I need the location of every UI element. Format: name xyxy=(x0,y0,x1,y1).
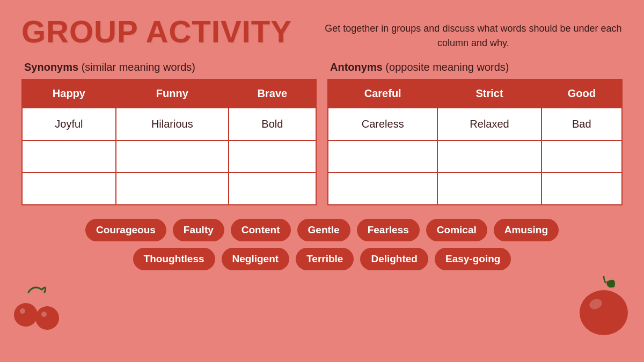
synonyms-bold: Synonyms xyxy=(24,61,78,73)
antonyms-bold: Antonyms xyxy=(330,61,383,73)
syn-r1c1: Joyful xyxy=(22,108,116,141)
antonyms-rest: (opposite meaning words) xyxy=(383,61,509,73)
syn-r2c3 xyxy=(229,141,316,173)
page-title: GROUP ACTIVITY xyxy=(21,16,292,47)
svg-point-4 xyxy=(580,290,628,335)
word-chip[interactable]: Comical xyxy=(426,219,487,241)
ant-r3c3 xyxy=(541,173,622,205)
word-chip[interactable]: Faulty xyxy=(173,219,224,241)
table-row: Careless Relaxed Bad xyxy=(328,108,622,141)
word-chip[interactable]: Gentle xyxy=(297,219,350,241)
ant-r1c2: Relaxed xyxy=(437,108,541,141)
table-row xyxy=(328,173,622,205)
ant-r2c3 xyxy=(541,141,622,173)
ant-r3c1 xyxy=(328,173,437,205)
header: GROUP ACTIVITY Get together in groups an… xyxy=(21,16,623,50)
ant-col-strict: Strict xyxy=(437,79,541,108)
word-chip[interactable]: Amusing xyxy=(494,219,559,241)
word-chip[interactable]: Thoughtless xyxy=(133,248,215,270)
tables-section: Synonyms (similar meaning words) Happy F… xyxy=(21,61,623,205)
svg-point-1 xyxy=(20,308,25,314)
syn-col-funny: Funny xyxy=(116,79,229,108)
word-chip[interactable]: Content xyxy=(231,219,291,241)
main-container: GROUP ACTIVITY Get together in groups an… xyxy=(0,0,644,362)
antonyms-group: Antonyms (opposite meaning words) Carefu… xyxy=(327,61,623,205)
word-chip[interactable]: Easy-going xyxy=(435,248,511,270)
description-text: Get together in groups and discuss what … xyxy=(324,21,623,50)
table-row xyxy=(22,141,316,173)
ant-col-good: Good xyxy=(541,79,622,108)
word-chip[interactable]: Delighted xyxy=(360,248,428,270)
synonyms-rest: (similar meaning words) xyxy=(78,61,195,73)
ant-r2c2 xyxy=(437,141,541,173)
antonyms-table: Careful Strict Good Careless Relaxed Bad xyxy=(327,79,623,205)
syn-r3c1 xyxy=(22,173,116,205)
syn-r1c3: Bold xyxy=(229,108,316,141)
chips-section: CourageousFaultyContentGentleFearlessCom… xyxy=(21,219,623,270)
ant-col-careful: Careful xyxy=(328,79,437,108)
word-chip[interactable]: Negligent xyxy=(222,248,290,270)
ant-r1c3: Bad xyxy=(541,108,622,141)
apple-decoration xyxy=(574,276,633,338)
ant-r2c1 xyxy=(328,141,437,173)
svg-point-3 xyxy=(41,312,47,317)
syn-r2c1 xyxy=(22,141,116,173)
ant-r1c1: Careless xyxy=(328,108,437,141)
syn-r1c2: Hilarious xyxy=(116,108,229,141)
word-chip[interactable]: Courageous xyxy=(85,219,166,241)
syn-r3c3 xyxy=(229,173,316,205)
table-row xyxy=(22,173,316,205)
synonyms-group: Synonyms (similar meaning words) Happy F… xyxy=(21,61,317,205)
antonyms-heading: Antonyms (opposite meaning words) xyxy=(327,61,623,73)
word-chip[interactable]: Terrible xyxy=(296,248,354,270)
svg-point-2 xyxy=(35,306,59,330)
syn-col-brave: Brave xyxy=(229,79,316,108)
word-chip[interactable]: Fearless xyxy=(357,219,420,241)
cherry-decoration xyxy=(10,282,63,335)
synonyms-table: Happy Funny Brave Joyful Hilarious Bold xyxy=(21,79,317,205)
syn-r3c2 xyxy=(116,173,229,205)
ant-r3c2 xyxy=(437,173,541,205)
syn-col-happy: Happy xyxy=(22,79,116,108)
syn-r2c2 xyxy=(116,141,229,173)
table-row: Joyful Hilarious Bold xyxy=(22,108,316,141)
table-row xyxy=(328,141,622,173)
synonyms-heading: Synonyms (similar meaning words) xyxy=(21,61,317,73)
svg-point-0 xyxy=(14,303,38,327)
